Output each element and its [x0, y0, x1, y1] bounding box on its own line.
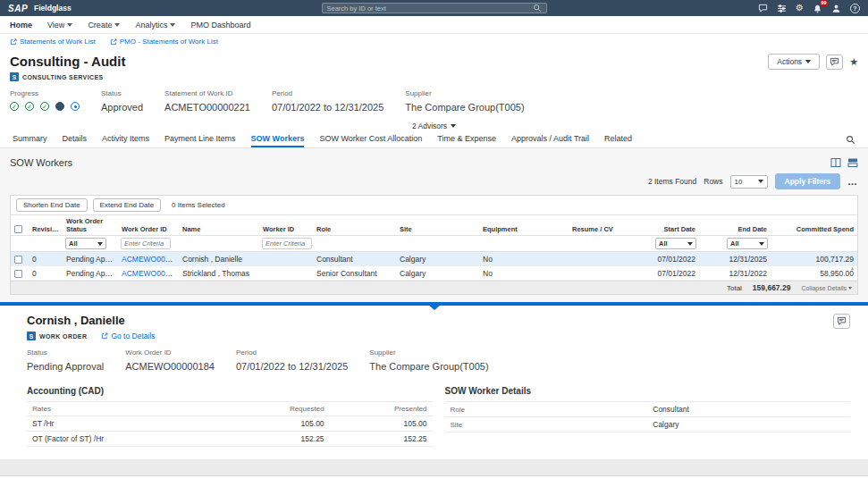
document-type-badge: S CONSULTING SERVICES [10, 72, 858, 81]
worker-details-title: SOW Worker Details [445, 386, 851, 396]
status-value: Approved [101, 102, 143, 113]
work-order-id-filter-input[interactable] [121, 238, 171, 249]
search-icon[interactable] [846, 131, 855, 147]
global-search-input[interactable]: Search by ID or text [322, 3, 547, 13]
tab-time-expense[interactable]: Time & Expense [437, 131, 496, 147]
settings-sliders-icon[interactable] [777, 4, 787, 13]
menu-pmo-dashboard[interactable]: PMO Dashboard [190, 21, 250, 29]
scroll-up-icon[interactable]: ▲ [850, 265, 855, 271]
go-to-details-link[interactable]: Go to Details [101, 332, 155, 340]
breadcrumb: Statements of Work List PMO - Statements… [0, 34, 868, 49]
detail-row-value: Calgary [647, 417, 850, 432]
table-row-cornish[interactable]: 0 Pending Approval ACMEWO00000184 Cornis… [11, 252, 857, 266]
tab-related[interactable]: Related [604, 131, 632, 147]
detail-row-label: Site [445, 417, 648, 432]
annotation-chat-button[interactable] [826, 55, 843, 70]
split-pane-handle[interactable] [0, 302, 868, 306]
work-order-id-link[interactable]: ACMEWO00000185 [122, 269, 179, 278]
annotation-chat-button[interactable] [833, 314, 850, 329]
menu-create[interactable]: Create [88, 21, 120, 29]
notification-count-badge: 99 [820, 0, 828, 6]
col-start-date: Start Date [636, 215, 699, 236]
tab-payment-line-items[interactable]: Payment Line Items [164, 131, 236, 147]
menu-analytics[interactable]: Analytics [135, 21, 175, 29]
tab-sow-worker-cost-allocation[interactable]: SOW Worker Cost Allocation [319, 131, 422, 147]
extend-end-date-button[interactable]: Extend End Date [93, 198, 161, 212]
work-order-id-link[interactable]: ACMEWO00000184 [122, 255, 179, 264]
tab-details[interactable]: Details [63, 131, 88, 147]
work-order-id-label: Work Order ID [125, 348, 215, 357]
col-work-order-status: Work Order Status [63, 215, 118, 236]
table-row-strickland[interactable]: 0 Pending Approval ACMEWO00000185 Strick… [11, 266, 857, 281]
tab-bar: Summary Details Activity Items Payment L… [0, 131, 868, 148]
status-value: Pending Approval [27, 361, 104, 372]
tab-activity-items[interactable]: Activity Items [102, 131, 149, 147]
progress-step-complete-icon: ✓ [40, 102, 49, 111]
col-work-order-id: Work Order ID [118, 215, 179, 236]
advisors-label: 2 Advisors [412, 122, 447, 130]
split-view-icon[interactable] [847, 157, 858, 168]
search-icon[interactable] [533, 4, 542, 13]
cell-committed-spend: 58,950.00 [771, 266, 857, 281]
footer-bar [0, 475, 868, 487]
notifications-bell-icon[interactable]: 99 [813, 4, 822, 13]
col-role: Role [313, 215, 396, 236]
shorten-end-date-button[interactable]: Shorten End Date [16, 198, 88, 212]
global-search-placeholder: Search by ID or text [327, 4, 533, 13]
overflow-menu-button[interactable]: … [847, 176, 858, 187]
filter-value: All [730, 239, 739, 248]
splitter-arrow-icon[interactable] [428, 305, 441, 310]
accounting-table: Rates Requested Presented ST /Hr 105.00 … [27, 401, 433, 447]
select-all-checkbox[interactable] [14, 225, 22, 233]
detail-row-label: Role [445, 402, 648, 417]
total-label: Total [727, 284, 742, 292]
help-icon[interactable]: ? [850, 4, 860, 13]
tab-approvals-audit-trail[interactable]: Approvals / Audit Trail [511, 131, 589, 147]
sow-id-label: Statement of Work ID [164, 89, 250, 97]
col-revision: Revision [29, 215, 63, 236]
copilot-chat-icon[interactable] [758, 4, 768, 13]
cell-revision: 0 [29, 252, 63, 266]
cell-start-date: 07/01/2022 [636, 266, 699, 281]
rows-per-page-value: 10 [735, 178, 743, 186]
tab-summary[interactable]: Summary [13, 131, 47, 147]
rows-per-page-select[interactable]: 10 [730, 175, 768, 189]
sow-badge-label: CONSULTING SERVICES [22, 74, 104, 80]
supplier-value: The Compare Group(T005) [405, 102, 524, 113]
advisors-toggle[interactable]: 2 Advisors [0, 120, 868, 131]
row-checkbox[interactable] [14, 256, 22, 264]
end-date-filter-select[interactable]: All [727, 238, 768, 249]
progress-indicator: ✓ ✓ ✓ [10, 102, 80, 111]
table-view-icon[interactable] [830, 157, 841, 168]
actions-button[interactable]: Actions [768, 54, 820, 70]
user-profile-icon[interactable] [831, 4, 841, 13]
cell-role: Consultant [313, 252, 396, 266]
rate-label: OT (Factor of ST) /Hr [27, 432, 222, 447]
col-name: Name [179, 215, 259, 236]
gear-icon[interactable]: ⚙ [796, 4, 804, 13]
chevron-down-icon [97, 242, 103, 246]
work-order-badge-label: WORK ORDER [39, 333, 87, 340]
collapse-details-button[interactable]: Collapse Details [801, 285, 852, 291]
tab-sow-workers[interactable]: SOW Workers [251, 131, 305, 147]
breadcrumb-link-pmo-statements-of-work[interactable]: PMO - Statements of Work List [110, 38, 218, 46]
cell-equipment: No [479, 252, 569, 266]
rate-presented: 152.25 [330, 432, 433, 447]
apply-filters-button[interactable]: Apply Filters [775, 173, 840, 189]
menu-home[interactable]: Home [10, 21, 32, 29]
jump-to-icon [110, 38, 117, 46]
status-filter-select[interactable]: All [65, 238, 106, 249]
product-name: Fieldglass [34, 4, 72, 13]
supplier-field: Supplier The Compare Group(T005) [405, 89, 524, 113]
breadcrumb-link-statements-of-work[interactable]: Statements of Work List [10, 38, 96, 46]
row-checkbox[interactable] [14, 270, 22, 278]
start-date-filter-select[interactable]: All [655, 238, 696, 249]
supplier-label: Supplier [369, 348, 488, 357]
sap-logo: SAP [8, 4, 28, 13]
menu-view[interactable]: View [47, 21, 72, 29]
col-committed-spend: Committed Spend [771, 215, 857, 236]
favorite-star-icon[interactable]: ★ [849, 57, 858, 67]
worker-id-filter-input[interactable] [262, 238, 312, 249]
supplier-value: The Compare Group(T005) [369, 361, 488, 372]
shell-icon-group: ⚙ 99 ? [758, 4, 860, 13]
